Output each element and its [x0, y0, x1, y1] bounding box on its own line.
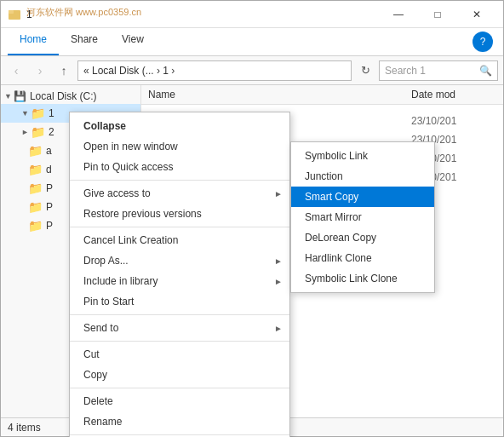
path-text: « Local Disk (... › 1 › [83, 65, 175, 77]
menu-item-give-access[interactable]: Give access to ► [70, 183, 289, 204]
file-date: 23/10/201 [411, 115, 496, 127]
submenu-arrow-icon: ► [274, 324, 283, 333]
hdd-icon: 💾 [14, 90, 26, 102]
menu-item-send-to[interactable]: Send to ► [70, 318, 289, 338]
minimize-button[interactable]: — [379, 1, 418, 28]
refresh-button[interactable]: ↻ [355, 60, 375, 81]
submenu-item-smart-mirror[interactable]: Smart Mirror [291, 207, 434, 227]
file-list-header: Name Date mod [141, 85, 503, 105]
menu-separator [70, 341, 289, 342]
submenu-item-junction[interactable]: Junction [291, 166, 434, 187]
folder-icon: 📁 [28, 200, 43, 214]
close-button[interactable]: ✕ [457, 1, 496, 28]
col-name-header: Name [148, 89, 411, 101]
ribbon-tabs: Home Share View ? [1, 28, 503, 55]
menu-separator [70, 388, 289, 388]
chevron-down-icon: ▼ [4, 92, 12, 101]
help-button[interactable]: ? [472, 32, 493, 52]
up-button[interactable]: ↑ [54, 60, 74, 81]
sidebar-label: P [46, 220, 53, 232]
sidebar-label: a [46, 145, 52, 157]
ribbon: Home Share View ? [1, 28, 503, 56]
folder-icon: 📁 [31, 106, 45, 120]
menu-item-rename[interactable]: Rename [70, 411, 289, 432]
submenu-item-symbolic-link[interactable]: Symbolic Link [291, 146, 434, 166]
address-bar: ‹ › ↑ « Local Disk (... › 1 › ↻ Search 1… [1, 56, 503, 85]
chevron-down-icon: ▼ [21, 109, 29, 118]
menu-separator [70, 227, 289, 227]
folder-icon: 📁 [28, 219, 43, 233]
app-icon [8, 8, 21, 21]
sidebar-root[interactable]: ▼ 💾 Local Disk (C:) [1, 89, 140, 104]
submenu-arrow-icon: ► [274, 277, 283, 286]
menu-separator [70, 180, 289, 181]
col-date-header: Date mod [411, 89, 496, 101]
address-path[interactable]: « Local Disk (... › 1 › [77, 60, 352, 81]
search-box[interactable]: Search 1 🔍 [379, 60, 498, 81]
context-menu: Collapse Open in new window Pin to Quick… [69, 112, 290, 437]
submenu-item-smart-copy[interactable]: Smart Copy [291, 187, 434, 207]
sidebar-label: d [46, 164, 52, 175]
submenu-item-symbolic-link-clone[interactable]: Symbolic Link Clone [291, 268, 434, 289]
menu-item-drop-as[interactable]: Drop As... ► [70, 250, 289, 271]
drop-as-submenu: Symbolic Link Junction Smart Copy Smart … [290, 141, 435, 293]
title-bar: 河东软件网 www.pc0359.cn 1 — □ ✕ [1, 1, 503, 28]
folder-icon: 📁 [28, 181, 43, 195]
forward-button[interactable]: › [30, 60, 50, 81]
menu-item-delete[interactable]: Delete [70, 391, 289, 411]
menu-separator [70, 314, 289, 315]
menu-item-pin-quick[interactable]: Pin to Quick access [70, 157, 289, 177]
menu-item-restore[interactable]: Restore previous versions [70, 204, 289, 224]
back-button[interactable]: ‹ [6, 60, 26, 81]
menu-item-open-new-window[interactable]: Open in new window [70, 136, 289, 157]
maximize-button[interactable]: □ [418, 1, 457, 28]
menu-item-cancel-link[interactable]: Cancel Link Creation [70, 230, 289, 250]
tab-share[interactable]: Share [59, 28, 110, 55]
submenu-arrow-icon: ► [274, 189, 283, 198]
folder-icon: 📁 [28, 163, 43, 176]
search-icon: 🔍 [479, 65, 492, 77]
menu-item-pin-start[interactable]: Pin to Start [70, 291, 289, 312]
chevron-right-icon: ► [21, 128, 29, 136]
window-controls: — □ ✕ [379, 1, 496, 28]
menu-separator [70, 434, 289, 435]
tab-view[interactable]: View [110, 28, 156, 55]
status-text: 4 items [8, 422, 41, 434]
main-window: 河东软件网 www.pc0359.cn 1 — □ ✕ Home Share V… [0, 0, 504, 437]
svg-rect-1 [9, 10, 14, 14]
sidebar-label: P [46, 201, 53, 213]
menu-item-include-library[interactable]: Include in library ► [70, 271, 289, 291]
menu-item-cut[interactable]: Cut [70, 344, 289, 365]
submenu-item-hardlink-clone[interactable]: Hardlink Clone [291, 248, 434, 268]
tab-home[interactable]: Home [8, 28, 59, 55]
folder-icon: 📁 [28, 144, 43, 158]
menu-item-copy[interactable]: Copy [70, 365, 289, 385]
window-title: 1 [26, 9, 379, 20]
submenu-arrow-icon: ► [274, 256, 283, 266]
folder-icon: 📁 [31, 125, 45, 139]
sidebar-label: P [46, 182, 53, 194]
sidebar-label: 2 [49, 126, 54, 138]
sidebar-root-label: Local Disk (C:) [30, 90, 97, 102]
menu-item-collapse[interactable]: Collapse [70, 116, 289, 136]
submenu-item-delorean-copy[interactable]: DeLorean Copy [291, 227, 434, 248]
search-placeholder: Search 1 [385, 65, 426, 77]
sidebar-label: 1 [49, 107, 54, 119]
